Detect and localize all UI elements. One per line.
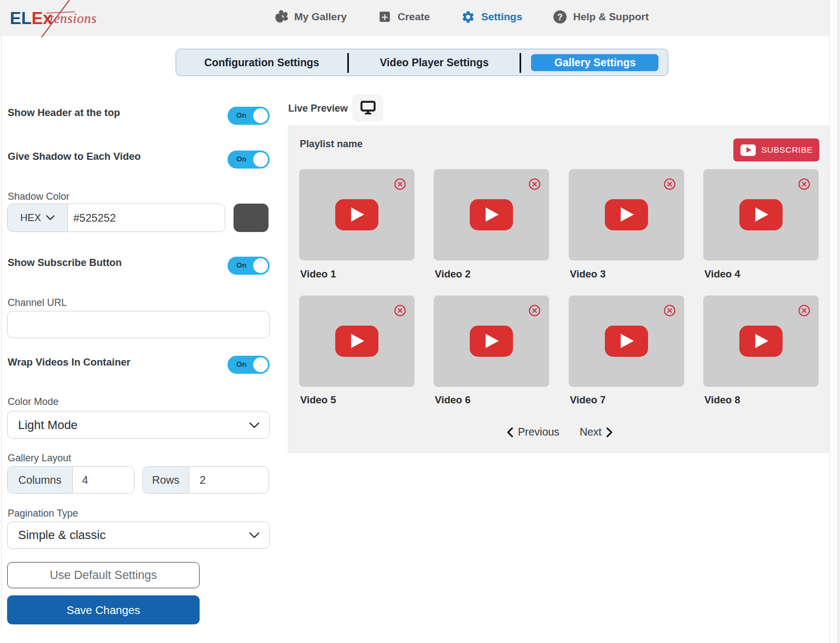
svg-text:?: ? bbox=[557, 12, 563, 21]
